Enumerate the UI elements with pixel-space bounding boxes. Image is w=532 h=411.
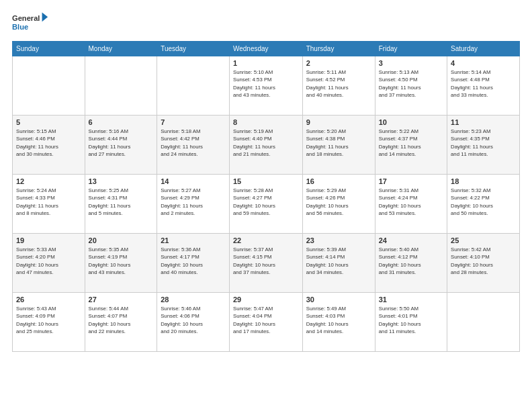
day-number: 18 xyxy=(451,177,516,185)
day-number: 26 xyxy=(16,295,81,304)
svg-text:General: General xyxy=(12,14,40,22)
day-info: Sunrise: 5:43 AMSunset: 4:09 PMDaylight:… xyxy=(16,305,81,335)
day-info: Sunrise: 5:36 AMSunset: 4:17 PMDaylight:… xyxy=(161,246,226,276)
day-number: 30 xyxy=(306,295,371,304)
page: GeneralBlue SundayMondayTuesdayWednesday… xyxy=(0,0,532,411)
calendar-cell: 3Sunrise: 5:13 AMSunset: 4:50 PMDaylight… xyxy=(375,56,447,116)
day-number: 29 xyxy=(233,295,299,304)
calendar-week-2: 5Sunrise: 5:15 AMSunset: 4:46 PMDaylight… xyxy=(13,116,520,175)
day-info: Sunrise: 5:47 AMSunset: 4:04 PMDaylight:… xyxy=(233,305,299,335)
logo: GeneralBlue xyxy=(12,11,52,34)
calendar-cell: 2Sunrise: 5:11 AMSunset: 4:52 PMDaylight… xyxy=(302,56,375,116)
calendar-cell: 24Sunrise: 5:40 AMSunset: 4:12 PMDayligh… xyxy=(375,234,447,293)
calendar-cell: 13Sunrise: 5:25 AMSunset: 4:31 PMDayligh… xyxy=(85,175,157,234)
day-number: 13 xyxy=(89,177,154,185)
day-info: Sunrise: 5:27 AMSunset: 4:29 PMDaylight:… xyxy=(161,187,226,217)
calendar-cell: 7Sunrise: 5:18 AMSunset: 4:42 PMDaylight… xyxy=(157,116,230,175)
day-info: Sunrise: 5:16 AMSunset: 4:44 PMDaylight:… xyxy=(89,128,154,158)
day-number: 22 xyxy=(233,236,299,244)
calendar-cell: 21Sunrise: 5:36 AMSunset: 4:17 PMDayligh… xyxy=(157,234,230,293)
day-number: 17 xyxy=(379,177,443,185)
day-number: 21 xyxy=(161,236,226,244)
day-info: Sunrise: 5:10 AMSunset: 4:53 PMDaylight:… xyxy=(233,68,299,99)
day-info: Sunrise: 5:14 AMSunset: 4:48 PMDaylight:… xyxy=(451,68,516,99)
day-number: 16 xyxy=(306,177,371,185)
day-info: Sunrise: 5:31 AMSunset: 4:24 PMDaylight:… xyxy=(379,187,443,217)
day-info: Sunrise: 5:25 AMSunset: 4:31 PMDaylight:… xyxy=(89,187,154,217)
calendar-week-3: 12Sunrise: 5:24 AMSunset: 4:33 PMDayligh… xyxy=(13,175,520,234)
calendar-cell: 31Sunrise: 5:50 AMSunset: 4:01 PMDayligh… xyxy=(375,293,447,352)
svg-text:Blue: Blue xyxy=(12,23,28,31)
day-info: Sunrise: 5:11 AMSunset: 4:52 PMDaylight:… xyxy=(306,68,371,99)
calendar-cell: 5Sunrise: 5:15 AMSunset: 4:46 PMDaylight… xyxy=(13,116,85,175)
calendar-cell: 12Sunrise: 5:24 AMSunset: 4:33 PMDayligh… xyxy=(13,175,85,234)
day-info: Sunrise: 5:46 AMSunset: 4:06 PMDaylight:… xyxy=(161,305,226,335)
calendar-cell: 14Sunrise: 5:27 AMSunset: 4:29 PMDayligh… xyxy=(157,175,230,234)
calendar-cell: 26Sunrise: 5:43 AMSunset: 4:09 PMDayligh… xyxy=(13,293,85,352)
calendar-week-1: 1Sunrise: 5:10 AMSunset: 4:53 PMDaylight… xyxy=(13,56,520,116)
calendar-cell: 30Sunrise: 5:49 AMSunset: 4:03 PMDayligh… xyxy=(302,293,375,352)
day-info: Sunrise: 5:50 AMSunset: 4:01 PMDaylight:… xyxy=(379,305,443,335)
calendar-header-monday: Monday xyxy=(85,42,157,56)
calendar-header-friday: Friday xyxy=(375,42,447,56)
day-info: Sunrise: 5:28 AMSunset: 4:27 PMDaylight:… xyxy=(233,187,299,217)
day-number: 1 xyxy=(233,59,299,67)
day-info: Sunrise: 5:37 AMSunset: 4:15 PMDaylight:… xyxy=(233,246,299,276)
day-number: 15 xyxy=(233,177,299,185)
day-number: 3 xyxy=(379,59,443,67)
day-number: 27 xyxy=(89,295,154,304)
day-info: Sunrise: 5:35 AMSunset: 4:19 PMDaylight:… xyxy=(89,246,154,276)
day-number: 20 xyxy=(89,236,154,244)
header: GeneralBlue xyxy=(12,11,520,34)
logo-svg: GeneralBlue xyxy=(12,11,52,34)
calendar-header-tuesday: Tuesday xyxy=(157,42,230,56)
calendar-cell: 20Sunrise: 5:35 AMSunset: 4:19 PMDayligh… xyxy=(85,234,157,293)
calendar-cell: 10Sunrise: 5:22 AMSunset: 4:37 PMDayligh… xyxy=(375,116,447,175)
day-number: 19 xyxy=(16,236,81,244)
calendar-week-4: 19Sunrise: 5:33 AMSunset: 4:20 PMDayligh… xyxy=(13,234,520,293)
day-info: Sunrise: 5:40 AMSunset: 4:12 PMDaylight:… xyxy=(379,246,443,276)
day-info: Sunrise: 5:42 AMSunset: 4:10 PMDaylight:… xyxy=(451,246,516,276)
calendar-cell: 22Sunrise: 5:37 AMSunset: 4:15 PMDayligh… xyxy=(229,234,302,293)
day-info: Sunrise: 5:15 AMSunset: 4:46 PMDaylight:… xyxy=(16,128,81,158)
day-info: Sunrise: 5:20 AMSunset: 4:38 PMDaylight:… xyxy=(306,128,371,158)
day-number: 23 xyxy=(306,236,371,244)
day-number: 2 xyxy=(306,59,371,67)
calendar-cell: 17Sunrise: 5:31 AMSunset: 4:24 PMDayligh… xyxy=(375,175,447,234)
calendar-cell: 29Sunrise: 5:47 AMSunset: 4:04 PMDayligh… xyxy=(229,293,302,352)
day-number: 25 xyxy=(451,236,516,244)
day-info: Sunrise: 5:18 AMSunset: 4:42 PMDaylight:… xyxy=(161,128,226,158)
calendar-header-thursday: Thursday xyxy=(302,42,375,56)
day-number: 24 xyxy=(379,236,443,244)
svg-marker-2 xyxy=(42,13,48,22)
calendar-cell: 8Sunrise: 5:19 AMSunset: 4:40 PMDaylight… xyxy=(229,116,302,175)
calendar-cell: 18Sunrise: 5:32 AMSunset: 4:22 PMDayligh… xyxy=(447,175,520,234)
day-info: Sunrise: 5:49 AMSunset: 4:03 PMDaylight:… xyxy=(306,305,371,335)
day-number: 10 xyxy=(379,118,443,126)
day-info: Sunrise: 5:24 AMSunset: 4:33 PMDaylight:… xyxy=(16,187,81,217)
day-number: 4 xyxy=(451,59,516,67)
calendar-cell: 6Sunrise: 5:16 AMSunset: 4:44 PMDaylight… xyxy=(85,116,157,175)
calendar-header-saturday: Saturday xyxy=(447,42,520,56)
calendar-cell: 28Sunrise: 5:46 AMSunset: 4:06 PMDayligh… xyxy=(157,293,230,352)
day-number: 7 xyxy=(161,118,226,126)
day-number: 6 xyxy=(89,118,154,126)
day-number: 31 xyxy=(379,295,443,304)
day-number: 14 xyxy=(161,177,226,185)
day-info: Sunrise: 5:39 AMSunset: 4:14 PMDaylight:… xyxy=(306,246,371,276)
day-number: 8 xyxy=(233,118,299,126)
day-info: Sunrise: 5:33 AMSunset: 4:20 PMDaylight:… xyxy=(16,246,81,276)
calendar-cell xyxy=(13,56,85,116)
calendar-cell: 16Sunrise: 5:29 AMSunset: 4:26 PMDayligh… xyxy=(302,175,375,234)
calendar-cell xyxy=(157,56,230,116)
day-info: Sunrise: 5:19 AMSunset: 4:40 PMDaylight:… xyxy=(233,128,299,158)
calendar-cell: 9Sunrise: 5:20 AMSunset: 4:38 PMDaylight… xyxy=(302,116,375,175)
day-number: 12 xyxy=(16,177,81,185)
calendar-header-wednesday: Wednesday xyxy=(229,42,302,56)
calendar-cell xyxy=(447,293,520,352)
day-info: Sunrise: 5:32 AMSunset: 4:22 PMDaylight:… xyxy=(451,187,516,217)
day-number: 28 xyxy=(161,295,226,304)
calendar-cell: 1Sunrise: 5:10 AMSunset: 4:53 PMDaylight… xyxy=(229,56,302,116)
calendar-cell: 27Sunrise: 5:44 AMSunset: 4:07 PMDayligh… xyxy=(85,293,157,352)
day-number: 9 xyxy=(306,118,371,126)
